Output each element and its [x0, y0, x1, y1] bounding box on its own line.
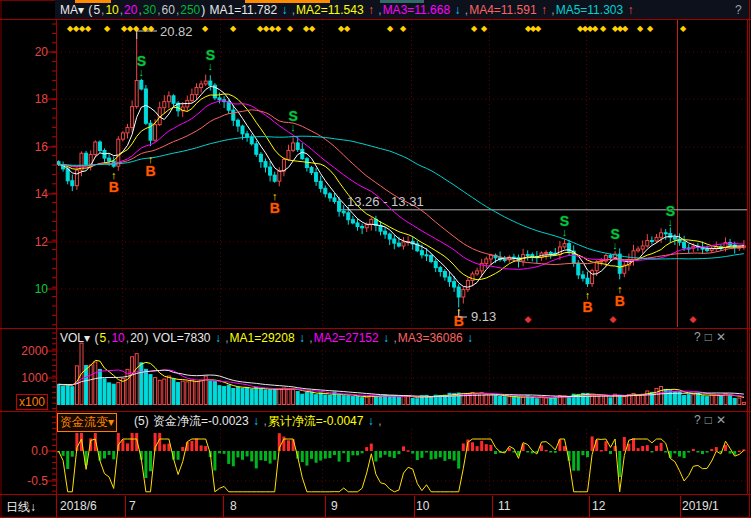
axis-tick-label: 0.0 — [2, 443, 48, 459]
svg-text:◆: ◆ — [471, 24, 478, 33]
svg-text:◆: ◆ — [400, 24, 407, 33]
month-label: 8 — [230, 499, 237, 513]
svg-text:◆: ◆ — [387, 24, 394, 33]
header-segment: MA2=27152 — [314, 331, 379, 345]
svg-text:◆: ◆ — [275, 24, 282, 33]
header-segment: 资金净流=-0.0023 — [153, 414, 249, 428]
svg-text:◆: ◆ — [592, 24, 599, 33]
header-segment: ↓ — [212, 331, 221, 345]
svg-text:◆: ◆ — [622, 24, 629, 33]
header-segment: ↓ — [364, 414, 373, 428]
header-segment: ↓ — [250, 414, 259, 428]
svg-text:◆: ◆ — [610, 314, 617, 324]
month-label: 9 — [331, 499, 338, 513]
maximize-icon[interactable]: □ — [705, 413, 716, 427]
header-segment: 20 — [130, 331, 143, 345]
svg-text:S: S — [666, 203, 675, 219]
period-selector[interactable]: 日线↓ — [6, 499, 36, 516]
axis-tick-label: 16 — [2, 139, 48, 155]
month-label: 2019/1 — [682, 499, 719, 513]
svg-text:S: S — [560, 213, 569, 229]
header-segment: ( — [91, 331, 98, 345]
svg-text:◆: ◆ — [637, 24, 644, 33]
svg-text:◆: ◆ — [230, 24, 237, 33]
svg-text:◆: ◆ — [647, 24, 654, 33]
svg-text:S: S — [206, 47, 215, 63]
header-segment: MA1=29208 — [230, 331, 295, 345]
volume-pane-buttons: ?□✕ — [694, 330, 730, 344]
axis-tick-label: 12 — [2, 234, 48, 250]
close-icon[interactable]: ✕ — [716, 413, 730, 427]
svg-text:S: S — [288, 108, 297, 124]
help-icon[interactable]: ? — [694, 330, 705, 344]
header-segment: 10 — [111, 331, 124, 345]
svg-text:◆: ◆ — [680, 24, 687, 33]
month-label: 12 — [592, 499, 605, 513]
svg-text:◆: ◆ — [690, 314, 697, 324]
month-label: 11 — [498, 499, 510, 513]
svg-text:◆: ◆ — [535, 24, 542, 33]
svg-text:◆: ◆ — [202, 24, 209, 33]
header-segment: , — [260, 414, 267, 428]
header-segment: ↓ — [380, 331, 389, 345]
header-segment: , — [126, 331, 129, 345]
svg-text:B: B — [145, 163, 155, 179]
svg-text:◆: ◆ — [525, 314, 532, 324]
maximize-icon[interactable]: □ — [705, 330, 716, 344]
header-segment: VOL=7830 — [153, 331, 211, 345]
svg-text:◆: ◆ — [85, 24, 92, 33]
volume-unit-label: x100 — [16, 394, 48, 410]
header-segment: ↓ — [296, 331, 305, 345]
fundflow-indicator-dropdown[interactable]: 资金流变▾ — [57, 413, 117, 432]
header-segment: ) — [144, 331, 151, 345]
svg-text:◆: ◆ — [148, 24, 155, 33]
month-label: 7 — [129, 499, 136, 513]
stock-chart-window: MA▾ (5,10,20,30,60,250) MA1=11.782 ↓ ,MA… — [0, 0, 751, 518]
svg-text:S: S — [137, 53, 146, 69]
axis-tick-label: 20 — [2, 44, 48, 60]
header-segment: MA3=36086 — [398, 331, 463, 345]
svg-text:◆: ◆ — [481, 24, 488, 33]
month-label: 10 — [416, 499, 429, 513]
svg-text:9.13: 9.13 — [471, 309, 496, 324]
fundflow-pane-buttons: ?□✕ — [694, 413, 730, 427]
svg-text:B: B — [582, 299, 592, 315]
svg-text:◆: ◆ — [133, 24, 140, 33]
fundflow-readout: (5) 资金净流=-0.0023 ↓ ,累计净流=-0.0047 ↓ , — [134, 414, 382, 428]
svg-text:B: B — [615, 293, 625, 309]
header-segment: , — [222, 331, 229, 345]
month-label: 2018/6 — [60, 499, 97, 513]
chart-canvas[interactable]: ↓S↓S↓S↓S↓S↓S↑B↑B↑B↑B↑B↑B20.8213.26 - 13.… — [0, 0, 751, 518]
header-segment: , — [375, 414, 382, 428]
axis-tick-label: 10 — [2, 281, 48, 297]
help-icon[interactable]: ? — [694, 413, 705, 427]
header-segment: ↓ — [464, 331, 473, 345]
svg-text:◆: ◆ — [104, 24, 111, 33]
header-segment: , — [107, 331, 110, 345]
axis-tick-label: 14 — [2, 186, 48, 202]
svg-text:S: S — [610, 226, 619, 242]
header-segment: 累计净流=-0.0047 — [268, 414, 364, 428]
axis-tick-label: 18 — [2, 91, 48, 107]
axis-tick-label: 2000 — [2, 343, 48, 359]
svg-text:B: B — [270, 200, 280, 216]
svg-text:13.26 - 13.31: 13.26 - 13.31 — [347, 194, 424, 209]
svg-text:◆: ◆ — [309, 24, 316, 33]
close-icon[interactable]: ✕ — [716, 330, 730, 344]
svg-text:◆: ◆ — [344, 24, 351, 33]
svg-text:20.82: 20.82 — [160, 24, 193, 39]
header-segment: , — [306, 331, 313, 345]
header-segment: 5 — [99, 331, 106, 345]
svg-text:B: B — [109, 179, 119, 195]
axis-tick-label: -0.5 — [2, 473, 48, 489]
axis-tick-label: 1000 — [2, 370, 48, 386]
header-segment: (5) — [134, 414, 152, 428]
volume-indicator-readout: VOL▾ (5,10,20) VOL=7830 ↓ ,MA1=29208 ↓ ,… — [60, 331, 474, 345]
svg-text:◆: ◆ — [287, 24, 294, 33]
svg-text:◆: ◆ — [600, 24, 607, 33]
vol-indicator-dropdown[interactable]: VOL▾ — [60, 331, 90, 345]
header-segment: , — [390, 331, 397, 345]
